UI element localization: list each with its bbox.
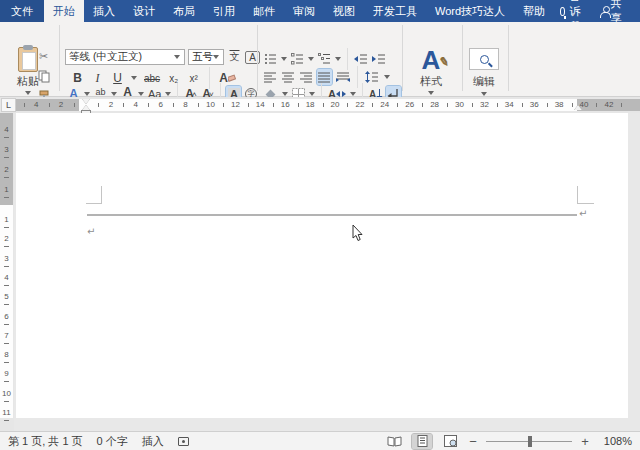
ribbon-tab-bar: 文件开始插入设计布局引用邮件审阅视图开发工具Word技巧达人帮助 告诉我 共享 <box>0 0 640 22</box>
change-case-caret[interactable] <box>165 92 171 96</box>
lightbulb-icon <box>560 7 565 16</box>
zoom-out-button[interactable]: − <box>468 434 478 449</box>
decrease-indent-button[interactable] <box>353 51 369 67</box>
ribbon-tab-4[interactable]: 布局 <box>164 0 204 22</box>
h-ruler-number: 30 <box>455 100 464 109</box>
print-layout-button[interactable] <box>412 434 432 449</box>
ribbon-tab-8[interactable]: 视图 <box>324 0 364 22</box>
editing-label: 编辑 <box>473 74 495 89</box>
crop-mark-top-left <box>86 186 102 204</box>
ribbon-tab-0[interactable]: 文件 <box>0 0 44 22</box>
distribute-icon <box>336 71 350 83</box>
ribbon-tab-3[interactable]: 设计 <box>124 0 164 22</box>
titlebar-right: 告诉我 共享 <box>554 0 640 22</box>
styles-button[interactable]: A ✎ 样式 <box>408 47 454 101</box>
font-size-value: 五号 <box>192 50 213 64</box>
ribbon-tab-5[interactable]: 引用 <box>204 0 244 22</box>
paragraph-mark: ↵ <box>87 226 95 237</box>
word-count[interactable]: 0 个字 <box>97 434 128 449</box>
line-spacing-icon <box>365 71 379 83</box>
eraser-icon <box>228 74 236 82</box>
ribbon-tab-7[interactable]: 审阅 <box>284 0 324 22</box>
h-ruler-number: 34 <box>505 100 514 109</box>
tab-stop-selector[interactable]: L <box>1 98 16 112</box>
font-family-combo[interactable]: 等线 (中文正文) <box>65 49 185 65</box>
zoom-slider-thumb[interactable] <box>528 436 532 447</box>
increase-indent-button[interactable] <box>371 51 387 67</box>
copy-button[interactable] <box>36 68 51 84</box>
macro-record-icon[interactable] <box>178 437 189 446</box>
h-ruler-number: 2 <box>59 100 63 109</box>
underline-caret[interactable] <box>131 76 137 80</box>
right-indent-marker[interactable] <box>574 105 582 110</box>
v-ruler-number: 1 <box>0 215 13 224</box>
web-layout-icon <box>444 435 457 447</box>
v-ruler-number: 5 <box>0 292 13 301</box>
bullets-caret[interactable] <box>281 57 287 61</box>
ribbon-tab-1[interactable]: 开始 <box>44 0 84 22</box>
bullets-button[interactable] <box>263 51 278 67</box>
hanging-indent-marker[interactable] <box>82 105 90 110</box>
web-layout-button[interactable] <box>440 434 460 449</box>
ribbon-tab-10[interactable]: Word技巧达人 <box>426 0 514 22</box>
highlight-caret[interactable] <box>111 92 117 96</box>
v-ruler-number: 2 <box>0 234 13 243</box>
crop-mark-top-right <box>577 186 594 204</box>
clipboard-icon <box>18 47 38 72</box>
h-ruler-number: 4 <box>34 100 38 109</box>
v-ruler-number: 7 <box>0 331 13 340</box>
ribbon-tabs: 文件开始插入设计布局引用邮件审阅视图开发工具Word技巧达人帮助 <box>0 0 554 22</box>
editing-caret <box>481 92 487 96</box>
numbering-caret[interactable] <box>308 57 314 61</box>
vertical-ruler: 43211234567891011 <box>0 113 14 431</box>
ribbon-tab-6[interactable]: 邮件 <box>244 0 284 22</box>
font-color-caret[interactable] <box>138 92 144 96</box>
zoom-in-button[interactable]: + <box>580 434 590 449</box>
increase-indent-icon <box>372 53 386 65</box>
v-ruler-number: 8 <box>0 350 13 359</box>
page-indicator[interactable]: 第 1 页, 共 1 页 <box>8 434 83 449</box>
ribbon-tab-11[interactable]: 帮助 <box>514 0 554 22</box>
h-ruler-number: 6 <box>158 100 162 109</box>
font-size-combo[interactable]: 五号 <box>188 49 224 65</box>
numbering-button[interactable] <box>290 51 305 67</box>
align-right-icon <box>300 71 313 83</box>
v-ruler-number: 9 <box>0 369 13 378</box>
ribbon-tab-9[interactable]: 开发工具 <box>364 0 426 22</box>
line-spacing-caret[interactable] <box>384 75 390 79</box>
h-ruler-number: 2 <box>109 100 113 109</box>
font-family-caret <box>174 55 180 59</box>
document-page[interactable]: ↵ ↵ <box>16 113 628 418</box>
multilevel-list-button[interactable] <box>317 51 332 67</box>
editing-button[interactable]: 编辑 <box>466 48 502 100</box>
first-line-indent-marker[interactable] <box>82 99 90 104</box>
multilevel-list-icon <box>318 53 331 65</box>
read-mode-button[interactable] <box>384 434 404 449</box>
insert-mode[interactable]: 插入 <box>142 434 164 449</box>
align-left-icon <box>264 71 277 83</box>
multilevel-list-caret[interactable] <box>335 57 341 61</box>
word-window: 文件开始插入设计布局引用邮件审阅视图开发工具Word技巧达人帮助 告诉我 共享 … <box>0 0 640 450</box>
bullets-icon <box>264 53 277 65</box>
zoom-slider[interactable] <box>486 441 572 442</box>
borders-caret[interactable] <box>309 92 315 96</box>
horizontal-ruler: 4224681012141618202224262830323436384042 <box>16 99 640 111</box>
decrease-indent-icon <box>354 53 368 65</box>
ribbon-tab-2[interactable]: 插入 <box>84 0 124 22</box>
asian-layout-caret[interactable] <box>350 92 356 96</box>
read-mode-icon <box>387 436 402 447</box>
zoom-level[interactable]: 108% <box>598 435 632 447</box>
shading-caret[interactable] <box>282 92 288 96</box>
paragraph-mark: ↵ <box>579 208 587 219</box>
h-ruler-number: 22 <box>355 100 364 109</box>
text-effects-caret[interactable] <box>84 92 90 96</box>
phonetic-guide-button[interactable]: 文 <box>227 49 242 65</box>
h-ruler-number: 26 <box>405 100 414 109</box>
v-ruler-number: 3 <box>0 254 13 263</box>
v-ruler-number: 1 <box>0 185 13 194</box>
h-ruler-number: 4 <box>134 100 138 109</box>
h-ruler-number: 28 <box>430 100 439 109</box>
styles-caret <box>428 91 434 95</box>
h-ruler-number: 36 <box>530 100 539 109</box>
cut-button[interactable]: ✂ <box>36 48 51 64</box>
